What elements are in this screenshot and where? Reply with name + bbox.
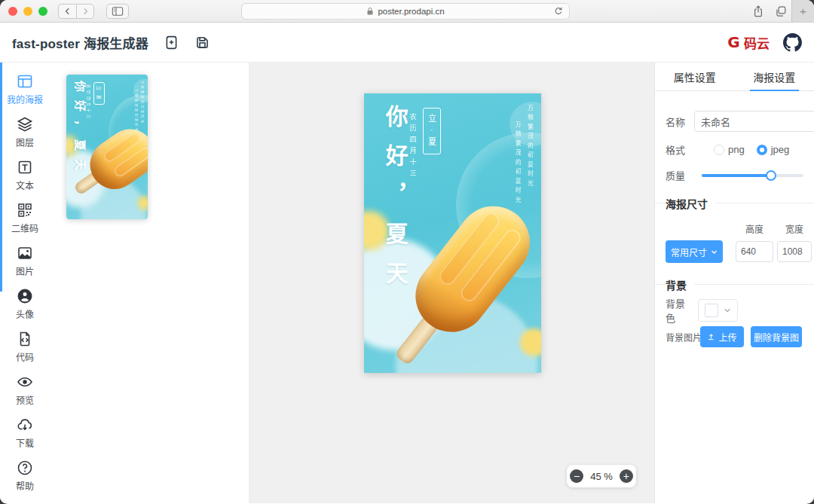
poster-slogan[interactable]: 万物繁茂的初夏时光 — [526, 105, 534, 190]
radio-selected-icon — [757, 145, 767, 155]
quality-slider-handle[interactable] — [766, 170, 776, 181]
browser-window: poster.prodapi.cn + fast-poster 海报生成器 G — [0, 0, 814, 504]
bg-image-row: 背景图片 上传 删除背景图 — [666, 326, 803, 347]
close-window-button[interactable] — [8, 7, 17, 16]
zoom-control: − 45 % + — [567, 465, 636, 487]
bg-color-picker[interactable] — [698, 299, 738, 322]
name-row: 名称 — [666, 111, 803, 132]
github-link[interactable] — [783, 33, 802, 52]
quality-slider[interactable] — [702, 174, 803, 177]
refresh-button[interactable] — [553, 6, 564, 17]
sidebar-item-image[interactable]: 图片 — [16, 244, 34, 277]
size-section-divider: 海报尺寸 — [655, 203, 814, 203]
preset-size-dropdown[interactable]: 常用尺寸 — [666, 240, 723, 263]
sidebar-item-code[interactable]: 代码 — [16, 330, 34, 363]
chevron-right-icon — [81, 7, 90, 16]
minimize-window-button[interactable] — [23, 7, 32, 16]
format-label: 格式 — [666, 142, 694, 157]
new-poster-button[interactable] — [164, 35, 179, 50]
chrome-right-icons — [752, 0, 787, 23]
width-input[interactable] — [777, 241, 812, 262]
poster-title-text: 你好，夏天 — [73, 81, 89, 179]
share-icon — [752, 5, 764, 18]
chevron-down-icon — [711, 249, 718, 255]
zoom-window-button[interactable] — [38, 7, 47, 16]
save-poster-button[interactable] — [194, 35, 210, 50]
radio-jpeg-label: jpeg — [771, 144, 790, 155]
sidebar-item-qrcode[interactable]: 二维码 — [11, 201, 38, 234]
cloud-download-icon — [16, 416, 34, 434]
sidebar-item-text[interactable]: 文本 — [16, 158, 34, 191]
name-label: 名称 — [666, 115, 694, 129]
sidebar-item-my-posters[interactable]: 我的海报 — [7, 72, 43, 105]
address-bar[interactable]: poster.prodapi.cn — [241, 3, 570, 20]
app-header-right: G 码云 — [726, 33, 802, 52]
new-document-icon — [164, 35, 179, 50]
background-section-title: 背景 — [666, 277, 694, 292]
back-button[interactable] — [58, 4, 76, 19]
zoom-out-button[interactable]: − — [570, 469, 583, 483]
quality-label: 质量 — [666, 168, 694, 182]
gitee-link[interactable]: G 码云 — [726, 33, 770, 52]
address-url: poster.prodapi.cn — [378, 7, 444, 16]
poster-artboard[interactable]: 万物繁茂的初夏时光 万物繁茂的初夏时光 立·夏 农历四月十三 你好，夏天 — [364, 93, 541, 373]
poster-name-input[interactable] — [694, 111, 814, 132]
image-icon — [16, 244, 34, 262]
zoom-level: 45 % — [590, 471, 613, 482]
poster-solar-term[interactable]: 立·夏 — [423, 108, 441, 154]
sidebar-item-label: 头像 — [16, 307, 34, 320]
upload-label: 上传 — [718, 331, 736, 344]
gitee-label: 码云 — [744, 33, 770, 52]
chevron-down-icon — [724, 307, 731, 314]
sidebar-item-preview[interactable]: 预览 — [16, 373, 34, 406]
poster-slogan: 万物繁茂的初夏时光 — [134, 89, 139, 133]
new-tab-button[interactable]: + — [791, 0, 814, 22]
upload-icon — [707, 333, 715, 341]
preview-eye-icon — [16, 373, 34, 391]
forward-button[interactable] — [76, 4, 94, 19]
sidebar-item-help[interactable]: 帮助 — [16, 459, 34, 492]
color-swatch — [705, 304, 718, 317]
sidebar-item-label: 预览 — [16, 393, 34, 406]
zoom-in-button[interactable]: + — [620, 469, 633, 483]
sidebar-item-label: 下载 — [16, 436, 34, 449]
browser-chrome: poster.prodapi.cn + — [0, 0, 814, 23]
rail-active-indicator — [0, 63, 2, 292]
share-button[interactable] — [752, 5, 764, 18]
radio-circle-icon — [714, 145, 724, 155]
sidebar-item-label: 帮助 — [16, 479, 34, 492]
upload-bg-button[interactable]: 上传 — [700, 326, 744, 347]
quality-slider-fill — [702, 174, 771, 177]
tab-poster-settings[interactable]: 海报设置 — [735, 63, 814, 90]
radio-png[interactable]: png — [714, 144, 745, 155]
sidebar-item-layers[interactable]: 图层 — [16, 115, 34, 148]
board-icon — [16, 72, 34, 90]
sidebar-item-download[interactable]: 下载 — [16, 416, 34, 449]
bg-color-label: 背景色 — [666, 296, 694, 325]
poster-title-text[interactable]: 你好，夏天 — [378, 105, 412, 301]
radio-jpeg[interactable]: jpeg — [757, 144, 790, 155]
poster-slogan[interactable]: 万物繁茂的初夏时光 — [513, 121, 522, 206]
nav-buttons — [58, 4, 94, 19]
lock-icon — [366, 7, 374, 16]
editor-canvas[interactable]: 万物繁茂的初夏时光 万物繁茂的初夏时光 立·夏 农历四月十三 你好，夏天 − 4… — [249, 63, 654, 503]
height-input[interactable] — [736, 241, 773, 262]
traffic-lights — [8, 7, 47, 16]
github-icon — [783, 33, 802, 52]
sidebar-toggle-button[interactable] — [106, 4, 129, 19]
format-radio-group: png jpeg — [714, 144, 789, 155]
poster-thumbnail[interactable]: 万物繁茂的初夏时光 万物繁茂的初夏时光 立·夏 农历四月十三 你好，夏天 — [66, 75, 148, 219]
height-label: 高度 — [736, 222, 773, 235]
settings-tabs: 属性设置 海报设置 — [655, 63, 814, 91]
layers-icon — [16, 115, 34, 133]
tab-attribute-settings[interactable]: 属性设置 — [655, 63, 735, 90]
tab-overview-button[interactable] — [775, 5, 787, 17]
decor-circle — [520, 328, 541, 356]
decor-circle — [138, 196, 148, 210]
sidebar-item-avatar[interactable]: 头像 — [16, 287, 34, 320]
size-section-title: 海报尺寸 — [666, 196, 715, 211]
background-section-divider: 背景 — [655, 284, 814, 285]
sidebar-item-label: 代码 — [16, 350, 34, 363]
delete-bg-button[interactable]: 删除背景图 — [751, 326, 802, 347]
bg-color-row: 背景色 — [666, 296, 803, 325]
